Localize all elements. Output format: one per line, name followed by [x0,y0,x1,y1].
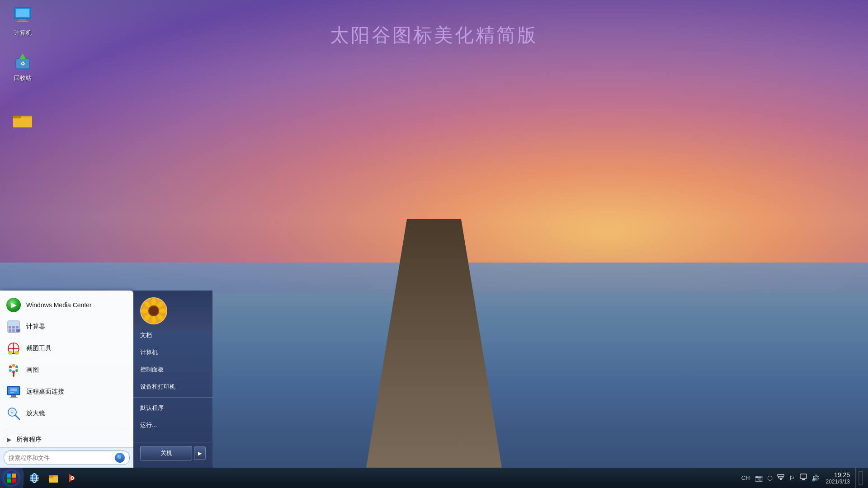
tray-input-method[interactable]: CH [740,474,752,481]
menu-separator [5,430,128,430]
right-menu-item-defaults[interactable]: 默认程序 [133,399,212,417]
clock-date: 2021/9/13 [826,479,850,485]
snip-icon [5,340,22,357]
right-menu-item-computer[interactable]: 计算机 [133,344,212,361]
magnify-icon: + [5,405,22,422]
svg-rect-12 [9,326,11,328]
menu-search-area: 🔍 [0,447,133,468]
svg-line-40 [15,415,19,419]
search-button[interactable]: 🔍 [115,453,125,463]
folder-icon [11,108,34,131]
computer-icon-label: 计算机 [14,29,32,37]
magnify-label: 放大镜 [26,409,45,418]
svg-point-43 [151,298,156,305]
menu-item-calc[interactable]: 计算器 [0,316,133,338]
svg-rect-22 [15,352,19,354]
svg-rect-14 [16,326,19,328]
shutdown-area: 关机 ▶ [133,442,212,464]
taskbar: CH 📷 ⬡ 🏳 🔊 19:25 2021/9/13 [0,468,868,488]
svg-point-27 [15,369,18,372]
menu-item-wmc[interactable]: ▶ Windows Media Center [0,294,133,316]
taskbar-media-button[interactable] [63,469,82,488]
svg-rect-33 [11,395,16,397]
svg-rect-2 [19,19,26,21]
calc-label: 计算器 [26,323,45,331]
svg-rect-54 [12,474,16,478]
show-desktop-button[interactable] [855,468,864,488]
rdp-icon [5,384,22,400]
shutdown-button[interactable]: 关机 [140,446,192,460]
svg-point-25 [12,364,15,367]
all-programs-row[interactable]: ▶ 所有程序 [0,432,133,447]
svg-point-24 [9,366,12,368]
menu-right-separator [133,397,212,398]
taskbar-separator-1 [24,471,24,485]
tray-volume-icon[interactable]: 🔊 [810,474,821,482]
svg-rect-36 [10,390,17,391]
menu-item-rdp[interactable]: 远程桌面连接 [0,381,133,403]
calc-icon [5,319,22,335]
search-input[interactable] [9,455,115,461]
taskbar-ie-button[interactable] [25,469,44,488]
menu-item-magnify[interactable]: + 放大镜 [0,403,133,424]
windows-orb-icon [4,471,19,485]
desktop-icon-folder[interactable] [5,108,41,131]
menu-item-snip[interactable]: 截图工具 [0,338,133,359]
all-programs-arrow-icon: ▶ [5,436,13,443]
svg-rect-16 [12,329,15,332]
user-avatar [140,297,167,324]
svg-point-52 [149,306,158,315]
wmc-icon: ▶ [5,297,22,313]
svg-rect-15 [9,329,11,332]
svg-rect-8 [13,117,32,127]
system-clock[interactable]: 19:25 2021/9/13 [822,471,854,485]
svg-rect-53 [7,474,11,478]
svg-rect-63 [49,477,58,483]
tray-network-icon[interactable] [776,474,786,482]
wmc-label: Windows Media Center [26,301,92,309]
user-avatar-area[interactable] [133,291,212,331]
recycle-icon: ♻ [11,50,34,72]
svg-point-45 [159,309,166,313]
menu-apps-list: ▶ Windows Media Center [0,291,133,428]
shutdown-options-button[interactable]: ▶ [194,446,206,460]
right-menu-item-run[interactable]: 运行... [133,417,212,434]
menu-left-panel: ▶ Windows Media Center [0,291,133,468]
svg-rect-9 [13,116,21,118]
svg-rect-17 [16,329,20,332]
menu-right-panel: 文档 计算机 控制面板 设备和打印机 默认程序 运行... 关机 ▶ [133,291,212,468]
svg-text:♻: ♻ [20,61,25,67]
svg-rect-37 [10,392,14,393]
svg-rect-3 [17,21,28,22]
tray-flag-icon[interactable]: 🏳 [788,474,797,482]
svg-rect-13 [12,326,15,328]
svg-rect-55 [7,479,11,483]
start-menu: ▶ Windows Media Center [0,291,212,468]
desktop-icon-computer[interactable]: 计算机 [5,5,41,37]
snip-label: 截图工具 [26,344,52,352]
desktop-icon-recycle[interactable]: ♻ 回收站 [5,50,41,82]
svg-rect-74 [859,471,863,485]
svg-point-67 [71,477,73,479]
tray-bluetooth-icon[interactable]: ⬡ [766,474,774,482]
computer-icon [11,5,34,27]
taskbar-explorer-button[interactable] [44,469,63,488]
svg-rect-70 [778,474,784,476]
tray-camera-icon[interactable]: 📷 [754,474,764,482]
right-menu-item-devices[interactable]: 设备和打印机 [133,378,212,395]
system-tray: CH 📷 ⬡ 🏳 🔊 19:25 2021/9/13 [740,468,868,488]
right-menu-item-control[interactable]: 控制面板 [133,361,212,378]
svg-rect-73 [801,480,806,480]
svg-rect-21 [9,352,12,354]
clock-time: 19:25 [826,471,850,479]
tray-monitor-icon[interactable] [798,474,808,482]
svg-point-47 [151,316,156,324]
svg-rect-30 [13,372,14,377]
start-button[interactable] [0,468,23,488]
svg-rect-11 [9,322,19,325]
svg-rect-35 [10,389,17,389]
menu-item-paint[interactable]: 画图 [0,359,133,381]
svg-rect-34 [9,397,18,398]
svg-rect-64 [49,475,53,478]
svg-marker-5 [19,53,26,59]
